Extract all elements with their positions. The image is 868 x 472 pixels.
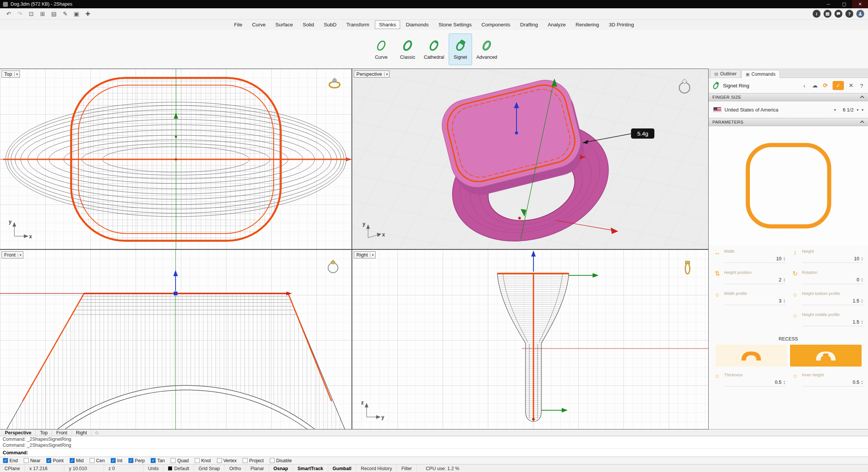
chat-icon[interactable] [834,10,842,18]
viewport-right[interactable]: Right ▾ [352,250,708,429]
add-icon[interactable]: ✚ [83,9,93,18]
osnap-tan[interactable]: Tan [151,458,165,463]
ribbon-signet[interactable]: Signet [449,34,472,65]
toggle-record-history[interactable]: Record History [356,464,397,472]
viewport-tab-right[interactable]: Right [72,430,92,435]
viewport-tab-top[interactable]: Top [36,430,52,435]
toggle-filter[interactable]: Filter [397,464,417,472]
chevron-down-icon[interactable]: ▾ [834,108,836,112]
recess-option-open[interactable] [715,345,787,367]
osnap-perp[interactable]: Perp [128,458,145,463]
maximize-button[interactable]: ▢ [836,0,852,8]
recess-option-closed[interactable] [790,345,862,367]
menu-transform[interactable]: Transform [342,20,373,29]
menu-analyze[interactable]: Analyze [544,20,570,29]
viewport-tab-perspective[interactable]: Perspective [1,430,36,435]
save-icon[interactable]: ⊡ [26,9,36,18]
toggle-ortho[interactable]: Ortho [225,464,246,472]
ribbon-cathedral[interactable]: Cathedral [422,34,446,65]
menu-curve[interactable]: Curve [248,20,270,29]
cloud-icon[interactable]: ☁ [811,82,818,89]
ribbon-curve[interactable]: Curve [370,34,393,65]
toggle-osnap[interactable]: Osnap [269,464,293,472]
osnap-mid[interactable]: Mid [70,458,84,463]
toggle-planar[interactable]: Planar [246,464,269,472]
osnap-project[interactable]: Project [243,458,264,463]
avatar[interactable] [856,10,864,18]
ribbon-classic[interactable]: Classic [396,34,419,65]
copy-icon[interactable]: ▣ [72,9,81,18]
menu-shanks[interactable]: Shanks [375,20,400,29]
diamond-icon[interactable]: ◇ [92,430,102,435]
tab-outliner[interactable]: ▤ Outliner [710,70,741,78]
menu-file[interactable]: File [230,20,246,29]
units-button[interactable]: Units [144,464,164,472]
stepper-icon[interactable]: ▴▾ [862,320,863,324]
toggle-smarttrack[interactable]: SmartTrack [293,464,328,472]
chevron-down-icon[interactable]: ▾ [862,108,863,112]
menu-subd[interactable]: SubD [319,20,341,29]
library-icon[interactable]: ▤ [824,10,831,18]
menu-components[interactable]: Components [477,20,515,29]
cancel-button[interactable]: ✕ [848,82,854,89]
menu-rendering[interactable]: Rendering [572,20,603,29]
rotation-input[interactable]: 0 ▴▾ [802,276,864,284]
info-icon[interactable]: i [813,10,821,18]
osnap-int[interactable]: Int [111,458,122,463]
width-input[interactable]: 10 ▴▾ [724,255,786,263]
viewport-label-top[interactable]: Top ▾ [2,70,20,78]
perspective-viewport-canvas[interactable]: 5.4g y x [352,69,708,249]
height-position-input[interactable]: 2 ▴▾ [724,276,786,284]
height-middle-profile-input[interactable]: 1.5 ▴▾ [802,318,864,326]
tab-commands[interactable]: ▣ Commands [741,70,779,78]
viewport-label-right[interactable]: Right ▾ [354,251,376,258]
toggle-gumball[interactable]: Gumball [328,464,356,472]
undo-icon[interactable]: ↶ [4,9,14,18]
menu-3d-printing[interactable]: 3D Printing [605,20,638,29]
menu-diamonds[interactable]: Diamonds [402,20,433,29]
viewport-perspective[interactable]: Perspective ▾ [352,69,708,249]
refresh-icon[interactable]: ⟳ [822,82,829,89]
osnap-disable[interactable]: Disable [270,458,292,463]
height-bottom-profile-input[interactable]: 1.5 ▴▾ [802,297,864,305]
country-select[interactable]: United States of America [724,107,778,113]
osnap-near[interactable]: Near [24,458,40,463]
cplane-button[interactable]: CPlane [0,464,25,472]
chevron-down-icon[interactable]: ▾ [857,108,859,112]
viewport-label-perspective[interactable]: Perspective ▾ [354,70,390,78]
right-viewport-canvas[interactable]: z y [352,250,708,429]
viewport-top[interactable]: Top ▾ [0,69,351,249]
stepper-icon[interactable]: ▴▾ [862,380,863,385]
front-viewport-canvas[interactable] [0,250,351,429]
osnap-point[interactable]: Point [46,458,64,463]
menu-solid[interactable]: Solid [298,20,318,29]
help-button[interactable]: ? [858,82,865,89]
layer-button[interactable]: Default [164,464,194,472]
parameters-section-header[interactable]: PARAMETERS [709,118,868,126]
viewport-label-front[interactable]: Front ▾ [2,251,23,258]
osnap-end[interactable]: End [3,458,18,463]
toggle-grid-snap[interactable]: Grid Snap [194,464,225,472]
minimize-button[interactable]: ─ [821,0,836,8]
osnap-quad[interactable]: Quad [171,458,189,463]
menu-surface[interactable]: Surface [271,20,297,29]
top-viewport-canvas[interactable]: y x [0,69,351,249]
confirm-button[interactable]: ✓ [833,81,844,90]
osnap-cen[interactable]: Cen [90,458,105,463]
viewport-tab-front[interactable]: Front [52,430,72,435]
command-input[interactable] [31,449,865,456]
close-button[interactable]: ✕ [852,0,868,8]
viewport-front[interactable]: Front ▾ [0,250,351,429]
stepper-icon[interactable]: ▴▾ [862,278,863,282]
pen-icon[interactable]: ✎ [60,9,70,18]
finger-size-section-header[interactable]: FINGER SIZE [709,93,868,101]
menu-stone-settings[interactable]: Stone Settings [434,20,476,29]
open-icon[interactable]: ⊞ [38,9,47,18]
menu-drafting[interactable]: Drafting [516,20,542,29]
osnap-knot[interactable]: Knot [195,458,211,463]
height-input[interactable]: 10 ▴▾ [802,255,864,263]
stepper-icon[interactable]: ▴▾ [862,257,863,261]
width-profile-input[interactable]: 3 ▴▾ [724,297,786,305]
inner-height-input[interactable]: 0.5 ▴▾ [802,378,864,386]
ribbon-advanced[interactable]: Advanced [475,34,498,65]
